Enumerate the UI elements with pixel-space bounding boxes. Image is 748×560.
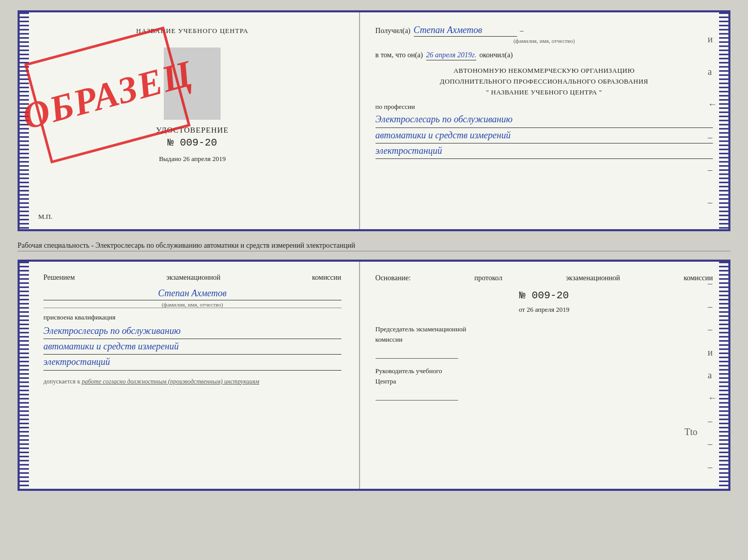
org-line2: ДОПОЛНИТЕЛЬНОГО ПРОФЕССИОНАЛЬНОГО ОБРАЗО… <box>376 76 713 87</box>
ot-label: от <box>519 306 525 313</box>
rukovoditel-sig-line <box>376 390 458 401</box>
spine-decoration-left-bottom <box>20 262 29 489</box>
vtom-line: в том, что он(а) 26 апреля 2019г. окончи… <box>376 51 713 60</box>
bdash-3: – <box>708 325 717 334</box>
bdash-6: ← <box>708 393 717 403</box>
dash-3: ← <box>708 100 717 109</box>
school-name-top: НАЗВАНИЕ УЧЕБНОГО ЦЕНТРА <box>136 27 248 35</box>
issued-date-top: Выдано 26 апреля 2019 <box>159 155 226 163</box>
org-line3: " НАЗВАНИЕ УЧЕБНОГО ЦЕНТРА " <box>376 87 713 98</box>
protocol-number: № 009-20 <box>376 290 713 301</box>
udostoverenie-title: УДОСТОВЕРЕНИЕ <box>156 126 229 135</box>
vtom-label: в том, что он(а) <box>376 51 423 59</box>
photo-placeholder <box>164 47 221 120</box>
issued-label: Выдано <box>159 155 181 163</box>
org-line1: АВТОНОМНУЮ НЕКОММЕРЧЕСКУЮ ОРГАНИЗАЦИЮ <box>376 66 713 76</box>
chairman-sig-line <box>376 348 458 359</box>
specialty-label: Рабочая специальность - Электрослесарь п… <box>18 239 730 251</box>
right-dashes-bottom: – – – и а ← – – – <box>708 262 717 489</box>
bdash-1: – <box>708 279 717 288</box>
dash-1: и <box>708 35 717 44</box>
spine-decoration-right-top <box>719 12 728 229</box>
bdash-2: – <box>708 302 717 311</box>
ot-date: от 26 апреля 2019 <box>376 306 713 314</box>
fio-small-bottom: (фамилия, имя, отчество) <box>43 301 341 308</box>
kvalif-line1: Электрослесарь по обслуживанию <box>43 325 341 339</box>
dopuskaetsya-block: допускается к работе согласно должностны… <box>43 378 341 386</box>
bdash-5: а <box>708 371 717 380</box>
dash-2: а <box>708 67 717 76</box>
cert-right-page: Получил(а) Степан Ахметов – (фамилия, им… <box>360 12 728 229</box>
tto-mark: Tto <box>684 427 697 438</box>
osnovanie-title: Основание: протокол экзаменационной коми… <box>376 274 713 282</box>
bdash-9: – <box>708 462 717 472</box>
dopuskaetsya-label: допускается к <box>43 378 80 385</box>
prisvoena-label: присвоена квалификация <box>43 313 341 322</box>
poluchil-line: Получил(а) Степан Ахметов – <box>376 25 713 37</box>
profession-line2: автоматики и средств измерений <box>376 129 713 143</box>
dopuskaetsya-val: работе согласно должностным (производств… <box>82 378 259 385</box>
chairman-line1: Председатель экзаменационной <box>376 325 466 333</box>
recipient-name: Степан Ахметов <box>414 25 517 37</box>
bdash-8: – <box>708 439 717 449</box>
resheniem-title: Решением экзаменационной комиссии <box>43 272 341 283</box>
kvalif-line2: автоматики и средств измерений <box>43 340 341 355</box>
completed-date: 26 апреля 2019г. <box>426 51 476 60</box>
exam-name: Степан Ахметов <box>43 288 341 300</box>
dash-5: – <box>708 165 717 174</box>
okonchil-label: окончил(а) <box>479 51 513 59</box>
spine-decoration-left <box>20 12 29 229</box>
dash-after-name: – <box>520 27 524 35</box>
po-professii-label: по профессии <box>376 103 713 111</box>
dash-6: – <box>708 198 717 207</box>
mp-label: М.П. <box>38 213 52 221</box>
poluchil-label: Получил(а) <box>376 27 411 35</box>
cert-number-top: № 009-20 <box>167 137 217 149</box>
fio-small-top: (фамилия, имя, отчество) <box>376 38 713 44</box>
spine-decoration-right-bottom <box>719 262 728 489</box>
cert-left-page: НАЗВАНИЕ УЧЕБНОГО ЦЕНТРА УДОСТОВЕРЕНИЕ №… <box>20 12 360 229</box>
exam-spread: Решением экзаменационной комиссии Степан… <box>18 260 730 491</box>
ot-date-value: 26 апреля 2019 <box>527 306 570 313</box>
certificate-spread: НАЗВАНИЕ УЧЕБНОГО ЦЕНТРА УДОСТОВЕРЕНИЕ №… <box>18 10 730 231</box>
poluchil-group: Получил(а) Степан Ахметов – (фамилия, им… <box>376 25 713 44</box>
profession-line1: Электрослесарь по обслуживанию <box>376 113 713 127</box>
org-block: АВТОНОМНУЮ НЕКОММЕРЧЕСКУЮ ОРГАНИЗАЦИЮ ДО… <box>376 66 713 98</box>
dash-4: – <box>708 133 717 142</box>
rukovoditel-line2: Центра <box>376 377 396 385</box>
chairman-block: Председатель экзаменационной комиссии Ру… <box>376 324 713 401</box>
right-dashes-top: и а ← – – – <box>708 12 717 229</box>
chairman-title: Председатель экзаменационной комиссии <box>376 324 713 344</box>
cert-left-content: НАЗВАНИЕ УЧЕБНОГО ЦЕНТРА УДОСТОВЕРЕНИЕ №… <box>41 23 344 219</box>
exam-left-page: Решением экзаменационной комиссии Степан… <box>20 262 360 489</box>
exam-right-page: Основание: протокол экзаменационной коми… <box>360 262 728 489</box>
profession-line3: электростанций <box>376 145 713 159</box>
bdash-4: и <box>708 348 717 357</box>
chairman-line2: комиссии <box>376 335 403 343</box>
bdash-7: – <box>708 417 717 426</box>
rukovoditel-title: Руководитель учебного Центра <box>376 366 713 386</box>
issued-date-value: 26 апреля 2019 <box>183 155 226 163</box>
document-container: НАЗВАНИЕ УЧЕБНОГО ЦЕНТРА УДОСТОВЕРЕНИЕ №… <box>18 10 730 491</box>
exam-left-content: Решением экзаменационной комиссии Степан… <box>43 272 341 386</box>
kvalif-line3: электростанций <box>43 356 341 370</box>
rukovoditel-line1: Руководитель учебного <box>376 367 442 375</box>
